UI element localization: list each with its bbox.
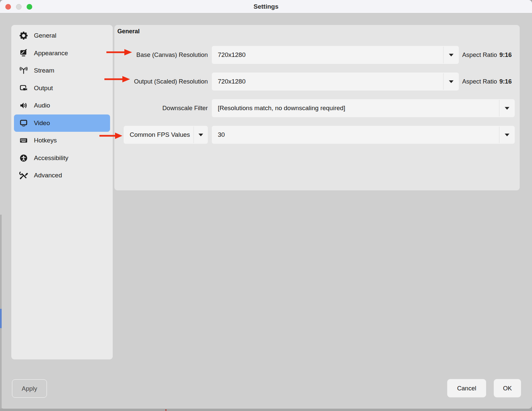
sidebar-item-general[interactable]: General: [14, 27, 110, 45]
aspect-ratio-value: 9:16: [499, 78, 512, 85]
sidebar-item-output[interactable]: Output: [14, 80, 110, 97]
sidebar-item-audio[interactable]: Audio: [14, 97, 110, 114]
ok-button[interactable]: OK: [494, 379, 521, 397]
output-resolution-value: 720x1280: [212, 78, 443, 85]
video-monitor-icon: [19, 119, 28, 127]
annotation-arrow-output-resolution: [104, 75, 130, 83]
sidebar-item-label: Output: [34, 85, 53, 92]
sidebar-list: General Appearance: [14, 27, 110, 184]
chevron-down-icon[interactable]: [444, 54, 459, 57]
sidebar-item-label: Stream: [34, 67, 54, 74]
downscale-filter-value: [Resolutions match, no downscaling requi…: [212, 104, 499, 112]
apply-button[interactable]: Apply: [12, 379, 47, 398]
fps-type-label: Common FPS Values: [124, 131, 194, 138]
gear-icon: [19, 31, 28, 40]
sidebar-item-advanced[interactable]: Advanced: [14, 167, 110, 184]
fps-value: 30: [212, 131, 499, 138]
background-dot: [165, 409, 167, 411]
base-resolution-combobox[interactable]: 720x1280: [212, 46, 459, 64]
sidebar-item-hotkeys[interactable]: Hotkeys: [14, 132, 110, 149]
output-resolution-combobox[interactable]: 720x1280: [212, 73, 459, 91]
stream-antenna-icon: [19, 66, 28, 75]
speaker-icon: [19, 101, 28, 110]
output-icon: [19, 84, 28, 93]
background-app-sliver-blue: [0, 309, 2, 328]
appearance-icon: [19, 49, 28, 58]
sidebar-item-appearance[interactable]: Appearance: [14, 45, 110, 62]
tools-icon: [19, 171, 28, 180]
titlebar: Settings: [0, 0, 532, 13]
sidebar-item-label: General: [34, 32, 57, 39]
downscale-filter-label: Downscale Filter: [114, 99, 208, 117]
aspect-ratio-label: Aspect Ratio: [462, 78, 497, 85]
downscale-filter-combobox[interactable]: [Resolutions match, no downscaling requi…: [212, 99, 515, 117]
window-title: Settings: [0, 0, 532, 13]
fps-type-selector[interactable]: Common FPS Values: [124, 126, 208, 144]
sidebar-item-label: Video: [34, 119, 50, 127]
sidebar-item-stream[interactable]: Stream: [14, 62, 110, 80]
chevron-down-icon[interactable]: [499, 133, 515, 136]
chevron-down-icon[interactable]: [499, 107, 515, 110]
sidebar-item-video[interactable]: Video: [14, 114, 110, 132]
base-aspect-ratio: Aspect Ratio 9:16: [462, 46, 512, 64]
sidebar-item-label: Audio: [34, 102, 50, 109]
cancel-button[interactable]: Cancel: [447, 379, 486, 397]
sidebar-item-label: Hotkeys: [34, 137, 57, 144]
settings-sidebar: General Appearance: [11, 25, 113, 359]
settings-window: Settings Gener: [0, 0, 532, 409]
chevron-down-icon[interactable]: [194, 133, 208, 136]
sidebar-item-label: Accessibility: [34, 154, 68, 162]
annotation-arrow-fps: [99, 132, 123, 140]
section-header: General: [117, 28, 140, 35]
accessibility-icon: [19, 154, 28, 162]
video-settings-panel: General Base (Canvas) Resolution 720x128…: [114, 25, 520, 190]
keyboard-icon: [19, 136, 28, 145]
chevron-down-icon[interactable]: [444, 80, 459, 83]
fps-value-combobox[interactable]: 30: [212, 126, 515, 144]
aspect-ratio-value: 9:16: [499, 51, 512, 59]
annotation-arrow-base-resolution: [106, 48, 132, 56]
sidebar-item-label: Advanced: [34, 172, 62, 179]
output-aspect-ratio: Aspect Ratio 9:16: [462, 73, 512, 91]
base-resolution-value: 720x1280: [212, 51, 443, 59]
sidebar-item-accessibility[interactable]: Accessibility: [14, 149, 110, 167]
aspect-ratio-label: Aspect Ratio: [462, 51, 497, 59]
sidebar-item-label: Appearance: [34, 50, 68, 57]
